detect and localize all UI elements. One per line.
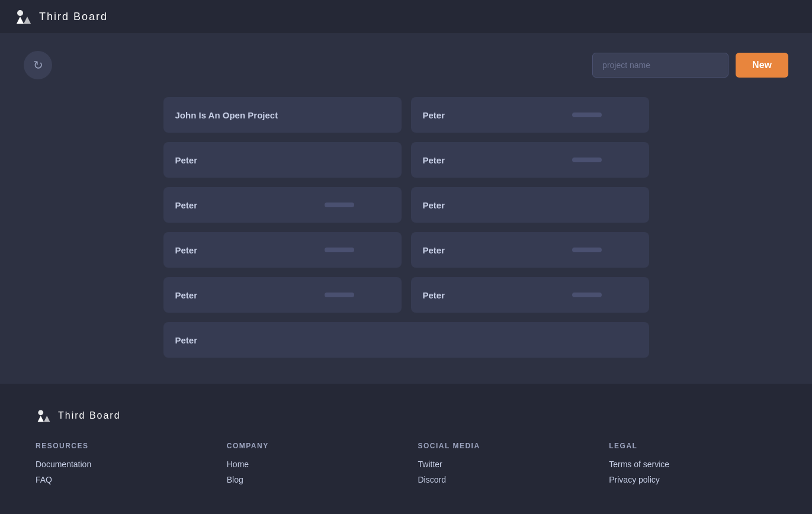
project-card-name: Peter: [175, 155, 198, 165]
card-progress-bar: [325, 203, 354, 207]
project-card[interactable]: Peter: [163, 232, 402, 268]
footer-link-faq[interactable]: FAQ: [36, 475, 203, 484]
project-card[interactable]: John Is An Open Project: [163, 97, 402, 133]
svg-point-3: [38, 410, 43, 415]
svg-marker-2: [24, 17, 31, 24]
project-card[interactable]: Peter: [411, 232, 649, 268]
project-card[interactable]: Peter: [411, 142, 649, 178]
footer-link-blog[interactable]: Blog: [227, 475, 394, 484]
project-card-name: Peter: [423, 110, 445, 120]
footer-link-documentation[interactable]: Documentation: [36, 460, 203, 469]
footer-col-resources: RESOURCES Documentation FAQ: [36, 442, 203, 490]
projects-grid: John Is An Open Project Peter Peter Pete…: [163, 97, 649, 358]
card-progress-bar: [572, 158, 602, 162]
project-card-name: Peter: [423, 200, 445, 210]
logo-icon: [14, 7, 33, 26]
project-card-name: John Is An Open Project: [175, 110, 278, 120]
svg-marker-1: [17, 17, 24, 24]
new-project-button[interactable]: New: [736, 53, 788, 78]
svg-marker-4: [38, 416, 44, 422]
project-card[interactable]: Peter: [163, 187, 402, 223]
svg-point-0: [17, 10, 23, 16]
header: Third Board: [0, 0, 812, 33]
footer-col-title-resources: RESOURCES: [36, 442, 203, 450]
project-card[interactable]: Peter: [163, 142, 402, 178]
card-progress-bar: [325, 248, 354, 252]
project-card-name: Peter: [175, 200, 198, 210]
footer-link-discord[interactable]: Discord: [418, 475, 586, 484]
project-card[interactable]: Peter: [411, 97, 649, 133]
footer-link-privacy[interactable]: Privacy policy: [609, 475, 776, 484]
footer: Third Board RESOURCES Documentation FAQ …: [0, 384, 812, 514]
project-card[interactable]: Peter: [163, 322, 649, 358]
project-card[interactable]: Peter: [411, 187, 649, 223]
footer-col-company: COMPANY Home Blog: [227, 442, 394, 490]
card-progress-bar: [572, 113, 602, 117]
footer-columns: RESOURCES Documentation FAQ COMPANY Home…: [36, 442, 776, 490]
card-progress-bar: [572, 293, 602, 297]
project-card-name: Peter: [175, 245, 198, 255]
header-logo-text: Third Board: [39, 11, 108, 23]
project-card-name: Peter: [175, 335, 198, 345]
footer-logo-icon: [36, 407, 52, 424]
card-progress-bar: [572, 248, 602, 252]
project-card-name: Peter: [423, 155, 445, 165]
toolbar: ↻ New: [24, 51, 788, 79]
project-card[interactable]: Peter: [411, 277, 649, 313]
footer-link-home[interactable]: Home: [227, 460, 394, 469]
footer-col-social: SOCIAL MEDIA Twitter Discord: [418, 442, 586, 490]
footer-logo-text: Third Board: [58, 410, 121, 421]
project-name-input[interactable]: [592, 53, 728, 78]
svg-marker-5: [44, 416, 50, 422]
footer-col-legal: LEGAL Terms of service Privacy policy: [609, 442, 776, 490]
footer-col-title-legal: LEGAL: [609, 442, 776, 450]
footer-col-title-company: COMPANY: [227, 442, 394, 450]
refresh-button[interactable]: ↻: [24, 51, 52, 79]
logo[interactable]: Third Board: [14, 7, 108, 26]
footer-link-tos[interactable]: Terms of service: [609, 460, 776, 469]
project-card-name: Peter: [175, 290, 198, 300]
refresh-icon: ↻: [33, 58, 43, 72]
footer-col-title-social: SOCIAL MEDIA: [418, 442, 586, 450]
toolbar-right: New: [592, 53, 788, 78]
card-progress-bar: [325, 293, 354, 297]
project-card-name: Peter: [423, 245, 445, 255]
footer-link-twitter[interactable]: Twitter: [418, 460, 586, 469]
main-content: ↻ New John Is An Open Project Peter Pete…: [0, 33, 812, 384]
project-card[interactable]: Peter: [163, 277, 402, 313]
project-card-name: Peter: [423, 290, 445, 300]
footer-logo-row: Third Board: [36, 407, 776, 424]
